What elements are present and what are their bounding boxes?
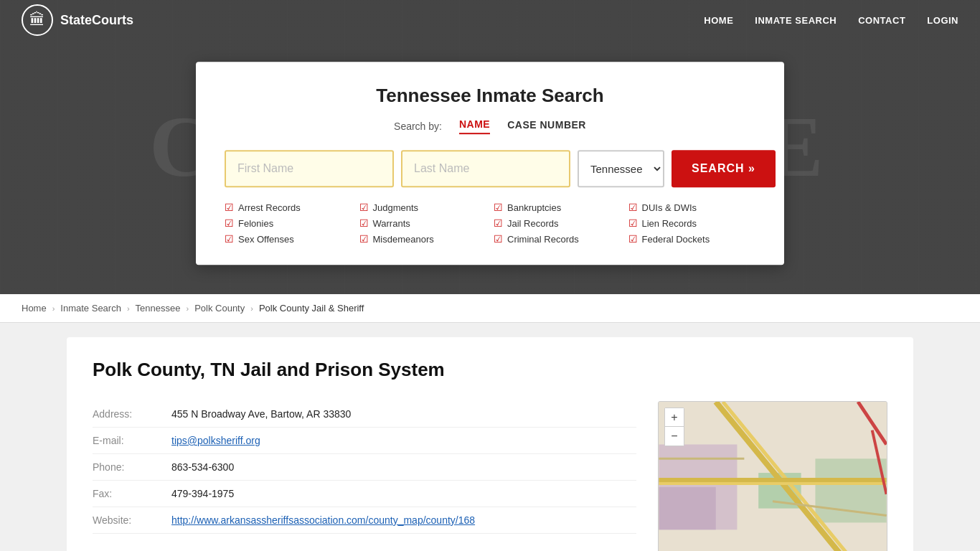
breadcrumb-polk-county[interactable]: Polk County [194, 303, 245, 314]
tab-name[interactable]: NAME [459, 118, 490, 134]
checkbox-item: ☑Misdemeanors [359, 233, 487, 245]
breadcrumb: Home › Inmate Search › Tennessee › Polk … [0, 294, 980, 323]
email-row: E-mail: tips@polksheriff.org [93, 428, 636, 454]
breadcrumb-home[interactable]: Home [22, 303, 47, 314]
search-button[interactable]: SEARCH » [672, 150, 776, 187]
svg-rect-2 [659, 487, 715, 529]
fax-value: 479-394-1975 [171, 488, 234, 499]
nav-inmate-search[interactable]: INMATE SEARCH [755, 15, 837, 26]
content-layout: Address: 455 N Broadway Ave, Bartow, AR … [93, 401, 887, 551]
logo-link[interactable]: 🏛 StateCourts [22, 4, 133, 36]
nav-login[interactable]: LOGIN [927, 15, 958, 26]
address-value: 455 N Broadway Ave, Bartow, AR 33830 [171, 408, 351, 420]
first-name-input[interactable] [225, 150, 394, 187]
website-label: Website: [93, 514, 157, 526]
checkbox-icon: ☑ [359, 233, 369, 245]
address-row: Address: 455 N Broadway Ave, Bartow, AR … [93, 401, 636, 428]
checkbox-icon: ☑ [494, 233, 503, 245]
checkbox-icon: ☑ [225, 217, 234, 229]
checkbox-item: ☑Felonies [225, 217, 352, 229]
address-label: Address: [93, 408, 157, 420]
breadcrumb-inmate-search[interactable]: Inmate Search [60, 303, 121, 314]
zoom-in-button[interactable]: + [665, 408, 684, 427]
search-tabs: Search by: NAME CASE NUMBER [225, 118, 755, 134]
checkbox-item: ☑Arrest Records [225, 202, 352, 213]
search-row: Tennessee Alabama Alaska Arkansas Florid… [225, 150, 755, 187]
checkbox-icon: ☑ [225, 233, 234, 245]
checkbox-icon: ☑ [359, 202, 369, 213]
checkbox-item: ☑Federal Dockets [628, 233, 756, 245]
nav-contact[interactable]: CONTACT [858, 15, 905, 26]
checkbox-icon: ☑ [628, 233, 638, 245]
fax-row: Fax: 479-394-1975 [93, 481, 636, 507]
tab-case-number[interactable]: CASE NUMBER [507, 119, 586, 133]
checkbox-item: ☑Warrants [359, 217, 487, 229]
checkbox-item: ☑Sex Offenses [225, 233, 352, 245]
checkbox-item: ☑DUIs & DWIs [628, 202, 756, 213]
breadcrumb-current: Polk County Jail & Sheriff [259, 303, 364, 314]
checkbox-icon: ☑ [494, 202, 503, 213]
checkbox-icon: ☑ [628, 217, 638, 229]
fax-label: Fax: [93, 488, 157, 499]
checkbox-item: ☑Criminal Records [494, 233, 621, 245]
main-content: Polk County, TN Jail and Prison System A… [0, 323, 980, 551]
map-controls: + − [664, 408, 684, 446]
checkbox-icon: ☑ [359, 217, 369, 229]
checkbox-item: ☑Bankruptcies [494, 202, 621, 213]
checkbox-item: ☑Lien Records [628, 217, 756, 229]
checkbox-grid: ☑Arrest Records☑Judgments☑Bankruptcies☑D… [225, 202, 755, 245]
info-section: Address: 455 N Broadway Ave, Bartow, AR … [93, 401, 636, 551]
phone-row: Phone: 863-534-6300 [93, 454, 636, 481]
state-select[interactable]: Tennessee Alabama Alaska Arkansas Florid… [578, 150, 664, 187]
website-row: Website: http://www.arkansassheriffsasso… [93, 507, 636, 534]
svg-rect-4 [815, 458, 886, 522]
search-by-label: Search by: [394, 121, 442, 132]
map-box: + − [658, 401, 887, 551]
email-label: E-mail: [93, 435, 157, 446]
content-card: Polk County, TN Jail and Prison System A… [67, 337, 913, 551]
last-name-input[interactable] [401, 150, 570, 187]
checkbox-icon: ☑ [225, 202, 234, 213]
phone-label: Phone: [93, 461, 157, 473]
search-title: Tennessee Inmate Search [225, 85, 755, 107]
zoom-out-button[interactable]: − [665, 427, 684, 446]
checkbox-item: ☑Jail Records [494, 217, 621, 229]
checkbox-icon: ☑ [628, 202, 638, 213]
search-card: Tennessee Inmate Search Search by: NAME … [196, 62, 784, 265]
email-link[interactable]: tips@polksheriff.org [171, 435, 260, 446]
website-value: http://www.arkansassheriffsassociation.c… [171, 514, 475, 526]
logo-icon: 🏛 [22, 4, 53, 36]
nav-home[interactable]: HOME [704, 15, 733, 26]
checkbox-icon: ☑ [494, 217, 503, 229]
nav-links: HOME INMATE SEARCH CONTACT LOGIN [704, 14, 958, 27]
logo-text: StateCourts [60, 13, 133, 28]
email-value: tips@polksheriff.org [171, 435, 260, 446]
phone-value: 863-534-6300 [171, 461, 234, 473]
page-title: Polk County, TN Jail and Prison System [93, 359, 887, 381]
website-link[interactable]: http://www.arkansassheriffsassociation.c… [171, 514, 475, 526]
breadcrumb-tennessee[interactable]: Tennessee [136, 303, 181, 314]
checkbox-item: ☑Judgments [359, 202, 487, 213]
navbar: 🏛 StateCourts HOME INMATE SEARCH CONTACT… [0, 0, 980, 40]
